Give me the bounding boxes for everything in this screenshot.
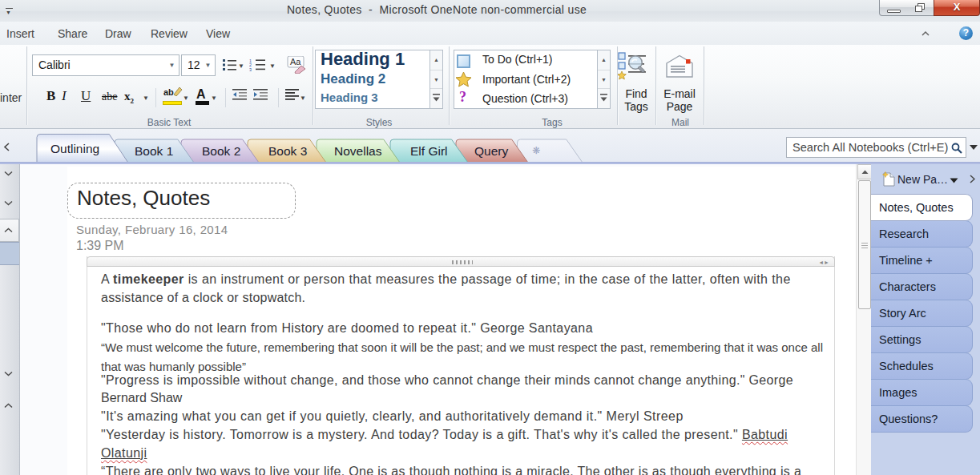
svg-text:Aa: Aa [290, 57, 301, 66]
svg-text:3: 3 [249, 67, 252, 71]
